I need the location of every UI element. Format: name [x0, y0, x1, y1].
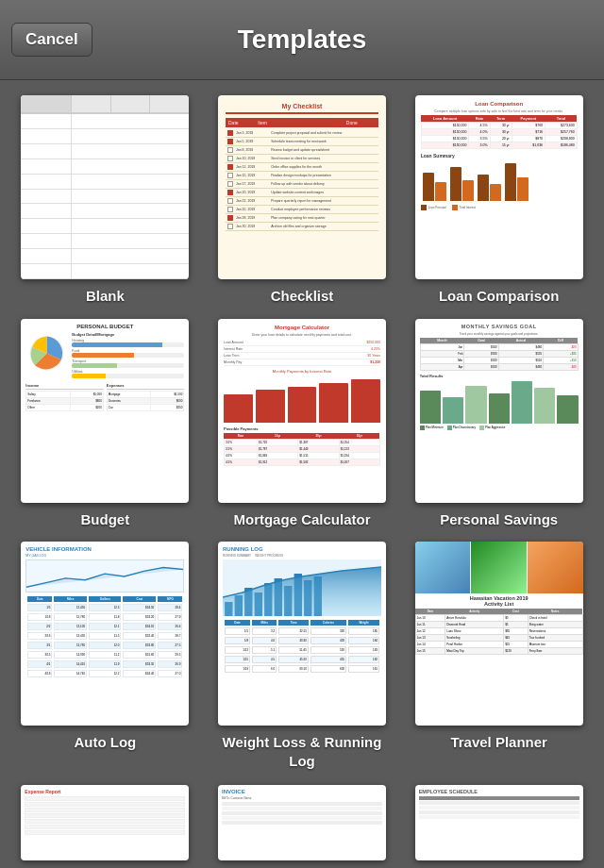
- template-thumbnail-budget: PERSONAL BUDGET Budget Detail/Mortgage H…: [21, 319, 189, 503]
- template-label-checklist: Checklist: [271, 287, 334, 306]
- template-label-savings: Personal Savings: [440, 510, 558, 529]
- template-item-budget[interactable]: PERSONAL BUDGET Budget Detail/Mortgage H…: [13, 319, 197, 529]
- template-thumbnail-invoice: INVOICE Bill To: Customer Name: [218, 785, 386, 860]
- template-label-travel: Travel Planner: [450, 733, 547, 752]
- template-label-autolog: Auto Log: [74, 733, 136, 752]
- template-label-weight: Weight Loss & Running Log: [210, 733, 394, 770]
- template-thumbnail-checklist: My Checklist Date Item Done Jan 3, 2019C…: [218, 95, 386, 279]
- template-item-savings[interactable]: Monthly Savings Goal Track your monthly …: [407, 319, 591, 529]
- cancel-button[interactable]: Cancel: [11, 23, 92, 57]
- template-label-budget: Budget: [80, 510, 129, 529]
- template-item-autolog[interactable]: Vehicle Information MY GAS LOG DateMiles…: [13, 542, 197, 770]
- template-thumbnail-expense: Expense Report: [21, 785, 189, 860]
- partial-template-row: Expense Report INVOICE Bill To: Customer…: [0, 785, 604, 868]
- template-thumbnail-loan: Loan Comparison Compare multiple loan op…: [415, 95, 583, 279]
- template-item-mortgage[interactable]: Mortgage Calculator Enter your loan deta…: [210, 319, 394, 529]
- template-grid: Blank My Checklist Date Item Done Jan 3,…: [0, 80, 604, 785]
- template-thumbnail-mortgage: Mortgage Calculator Enter your loan deta…: [218, 319, 386, 503]
- template-label-blank: Blank: [86, 287, 125, 306]
- template-item-invoice[interactable]: INVOICE Bill To: Customer Name: [210, 785, 394, 860]
- template-item-schedule[interactable]: Employee Schedule: [407, 785, 591, 860]
- template-item-blank[interactable]: Blank: [13, 95, 197, 306]
- page-title: Templates: [238, 25, 366, 55]
- template-thumbnail-blank: [21, 95, 189, 279]
- template-thumbnail-weight: Running Log RUNNING SUMMARY WEIGHT PROGR…: [218, 542, 386, 726]
- template-thumbnail-autolog: Vehicle Information MY GAS LOG DateMiles…: [21, 542, 189, 726]
- template-label-mortgage: Mortgage Calculator: [233, 510, 370, 529]
- template-item-loan[interactable]: Loan Comparison Compare multiple loan op…: [407, 95, 591, 306]
- header: Cancel Templates: [0, 0, 604, 80]
- template-thumbnail-schedule: Employee Schedule: [415, 785, 583, 860]
- template-label-loan: Loan Comparison: [439, 287, 560, 306]
- template-thumbnail-savings: Monthly Savings Goal Track your monthly …: [415, 319, 583, 503]
- template-item-travel[interactable]: Hawaiian Vacation 2019Activity List Date…: [407, 542, 591, 770]
- template-item-expense[interactable]: Expense Report: [13, 785, 197, 860]
- template-item-checklist[interactable]: My Checklist Date Item Done Jan 3, 2019C…: [210, 95, 394, 306]
- template-item-weight[interactable]: Running Log RUNNING SUMMARY WEIGHT PROGR…: [210, 542, 394, 770]
- template-thumbnail-travel: Hawaiian Vacation 2019Activity List Date…: [415, 542, 583, 726]
